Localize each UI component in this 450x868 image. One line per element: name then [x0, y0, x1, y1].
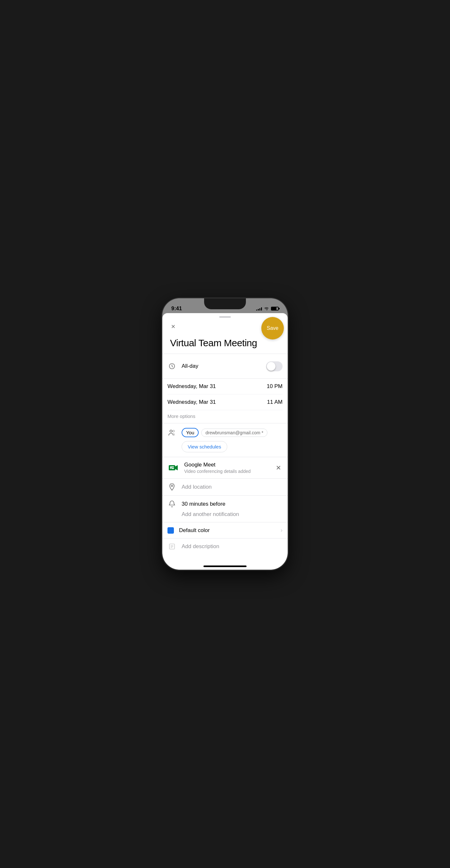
guests-section: You drewbrunsman@gmail.com * View schedu…	[162, 424, 288, 457]
notification-row[interactable]: 30 minutes before	[167, 500, 283, 508]
chevron-right-icon: ›	[281, 527, 283, 534]
meet-subtitle: Video conferencing details added	[184, 469, 269, 474]
people-icon	[167, 429, 176, 436]
all-day-toggle[interactable]	[266, 361, 283, 371]
notes-icon	[167, 543, 176, 550]
all-day-label: All-day	[182, 363, 198, 369]
location-section[interactable]: Add location	[162, 479, 288, 496]
svg-point-1	[170, 430, 172, 432]
add-notification-label: Add another notification	[182, 511, 239, 517]
view-schedules-label: View schedules	[182, 441, 227, 452]
google-meet-section: G Google Meet Video conferencing details…	[162, 457, 288, 479]
more-options-label: More options	[167, 413, 195, 419]
more-options[interactable]: More options	[167, 410, 283, 421]
all-day-row: All-day	[167, 359, 283, 373]
notification-section: 30 minutes before Add another notificati…	[162, 496, 288, 522]
battery-icon	[271, 307, 279, 311]
meet-info: Google Meet Video conferencing details a…	[184, 462, 269, 474]
phone-frame: 9:41	[162, 298, 288, 570]
svg-marker-4	[175, 465, 178, 470]
svg-point-2	[172, 430, 174, 432]
email-chip-label: drewbrunsman@gmail.com *	[205, 430, 263, 435]
notch	[204, 298, 246, 309]
notification-label: 30 minutes before	[182, 501, 225, 507]
guests-row: You drewbrunsman@gmail.com *	[167, 428, 283, 437]
add-description-section[interactable]: Add description	[162, 538, 288, 555]
close-icon: ×	[171, 323, 175, 330]
event-title[interactable]: Virtual Team Meeting	[170, 338, 280, 348]
you-chip-label: You	[186, 430, 194, 435]
end-time: 11 AM	[267, 399, 283, 405]
end-date: Wednesday, Mar 31	[167, 399, 216, 405]
start-date-row[interactable]: Wednesday, Mar 31 10 PM	[167, 379, 283, 395]
meet-close-button[interactable]: ✕	[275, 463, 283, 473]
meet-title: Google Meet	[184, 462, 269, 468]
clock-icon	[167, 363, 176, 370]
start-date: Wednesday, Mar 31	[167, 383, 216, 390]
save-label: Save	[267, 326, 278, 331]
close-button[interactable]: ×	[167, 321, 179, 333]
color-swatch	[167, 527, 174, 534]
status-icons	[256, 307, 279, 311]
you-chip[interactable]: You	[182, 428, 199, 437]
color-section[interactable]: Default color ›	[162, 522, 288, 538]
wifi-icon	[264, 307, 269, 311]
date-time-section: Wednesday, Mar 31 10 PM Wednesday, Mar 3…	[162, 379, 288, 424]
bell-icon	[167, 500, 176, 508]
phone-screen: 9:41	[162, 298, 288, 570]
add-description-placeholder: Add description	[182, 543, 219, 550]
view-schedules-button[interactable]: View schedules	[182, 441, 283, 452]
meet-close-icon: ✕	[276, 464, 281, 471]
modal-sheet: × Save Virtual Team Meeting	[162, 313, 288, 570]
svg-rect-6	[172, 467, 174, 468]
google-meet-icon: G	[167, 462, 179, 473]
add-notification-button[interactable]: Add another notification	[167, 508, 283, 518]
modal-header: × Save	[162, 319, 288, 336]
location-icon	[167, 483, 176, 491]
end-date-row[interactable]: Wednesday, Mar 31 11 AM	[167, 395, 283, 410]
save-button[interactable]: Save	[261, 317, 284, 340]
guests-chips: You drewbrunsman@gmail.com *	[182, 428, 283, 437]
all-day-section: All-day	[162, 354, 288, 379]
svg-text:G: G	[170, 467, 172, 469]
home-indicator	[203, 565, 247, 567]
color-label: Default color	[179, 527, 276, 534]
signal-icon	[256, 307, 262, 311]
status-time: 9:41	[171, 306, 182, 311]
email-chip[interactable]: drewbrunsman@gmail.com *	[201, 429, 267, 437]
svg-point-8	[171, 485, 173, 487]
location-placeholder: Add location	[182, 484, 212, 490]
start-time: 10 PM	[267, 383, 283, 390]
